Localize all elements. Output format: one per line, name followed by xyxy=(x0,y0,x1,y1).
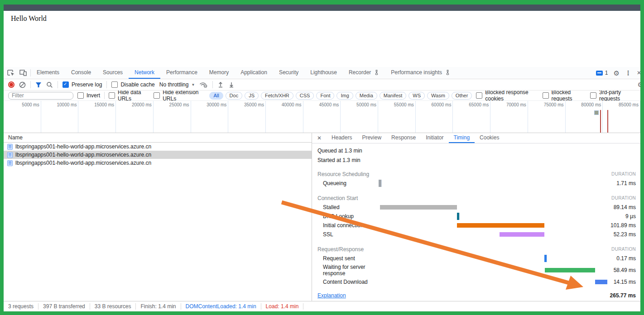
table-row[interactable]: lbspringapps001-hello-world-app.microser… xyxy=(4,159,312,167)
overview-tick: 30000 ms xyxy=(191,101,229,133)
filter-input[interactable] xyxy=(8,92,73,100)
hide-extension-urls-label: Hide extension URLs xyxy=(163,89,205,102)
tab-console[interactable]: Console xyxy=(65,67,97,79)
blocked-requests-checkbox[interactable]: Blocked requests xyxy=(543,89,586,102)
details-tabbar: ✕ HeadersPreviewResponseInitiatorTimingC… xyxy=(312,133,640,143)
tab-label: Elements xyxy=(37,69,59,76)
timing-label: Request sent xyxy=(323,255,374,262)
details-tab-initiator[interactable]: Initiator xyxy=(421,133,448,143)
close-details-icon[interactable]: ✕ xyxy=(312,133,327,143)
network-filter-row: Invert Hide data URLs Hide extension URL… xyxy=(4,91,640,101)
search-icon[interactable] xyxy=(46,81,53,88)
tab-elements[interactable]: Elements xyxy=(31,67,65,79)
hide-data-urls-checkbox[interactable]: Hide data URLs xyxy=(109,89,149,102)
timing-row-content-download: Content Download14.15 ms xyxy=(312,277,640,286)
status-item: DOMContentLoaded: 1.4 min xyxy=(181,303,261,310)
filter-type-font[interactable]: Font xyxy=(316,92,334,100)
filter-type-ws[interactable]: WS xyxy=(409,92,425,100)
filter-type-media[interactable]: Media xyxy=(356,92,377,100)
timing-bar xyxy=(457,223,545,228)
close-devtools-icon[interactable]: ✕ xyxy=(637,70,640,76)
filter-type-img[interactable]: Img xyxy=(336,92,353,100)
devtools-tabbar: ElementsConsoleSourcesNetworkPerformance… xyxy=(4,67,640,79)
table-row[interactable]: lbspringapps001-hello-world-app.microser… xyxy=(4,143,312,151)
network-conditions-icon[interactable] xyxy=(199,81,208,88)
tab-performance[interactable]: Performance xyxy=(160,67,203,79)
export-har-icon[interactable] xyxy=(228,81,235,88)
request-name: lbspringapps001-hello-world-app.microser… xyxy=(15,143,151,150)
tab-application[interactable]: Application xyxy=(235,67,273,79)
name-column-header[interactable]: Name xyxy=(4,133,312,143)
details-tab-cookies[interactable]: Cookies xyxy=(475,133,504,143)
status-item: 3 requests xyxy=(4,303,38,310)
tab-sources[interactable]: Sources xyxy=(97,67,129,79)
blocked-cookies-checkbox[interactable]: Blocked response cookies xyxy=(476,89,538,102)
filter-type-js[interactable]: JS xyxy=(245,92,259,100)
request-type-filters: AllDocJSFetch/XHRCSSFontImgMediaManifest… xyxy=(209,92,472,100)
network-overview-timeline[interactable]: 5000 ms10000 ms15000 ms20000 ms25000 ms3… xyxy=(4,101,640,133)
checkbox-checked xyxy=(62,81,69,88)
hide-extension-urls-checkbox[interactable]: Hide extension URLs xyxy=(154,89,205,102)
timing-bar xyxy=(500,232,544,237)
timing-bar xyxy=(544,255,547,262)
overview-tick: 50000 ms xyxy=(341,101,378,133)
overview-marker xyxy=(594,110,599,115)
tab-recorder[interactable]: Recorder xyxy=(343,67,385,79)
filter-type-other[interactable]: Other xyxy=(452,92,472,100)
third-party-checkbox[interactable]: 3rd-party requests xyxy=(590,89,636,102)
more-menu-icon[interactable]: ⋮ xyxy=(625,70,631,76)
table-row[interactable]: lbspringapps001-hello-world-app.microser… xyxy=(4,151,312,159)
request-name: lbspringapps001-hello-world-app.microser… xyxy=(15,152,151,158)
tab-lighthouse[interactable]: Lighthouse xyxy=(304,67,343,79)
explanation-link[interactable]: Explanation xyxy=(317,292,346,299)
throttling-dropdown[interactable]: No throttling ▼ xyxy=(159,81,195,88)
device-toolbar-icon[interactable] xyxy=(19,70,27,76)
import-har-icon[interactable] xyxy=(217,81,224,88)
filter-type-css[interactable]: CSS xyxy=(296,92,314,100)
tab-network[interactable]: Network xyxy=(129,67,160,79)
status-item: Load: 1.4 min xyxy=(261,303,304,310)
document-icon xyxy=(7,160,13,166)
tab-label: Lighthouse xyxy=(310,69,337,76)
filter-type-all[interactable]: All xyxy=(209,92,223,100)
timing-row-waiting-for-server-response: Waiting for server response58.49 ms xyxy=(312,263,640,277)
requests-table: Name lbspringapps001-hello-world-app.mic… xyxy=(4,133,312,301)
filter-type-wasm[interactable]: Wasm xyxy=(427,92,449,100)
section-name: Connection Start xyxy=(312,195,358,201)
checkbox-unchecked xyxy=(476,92,482,99)
flask-icon xyxy=(373,70,379,75)
filter-type-manifest[interactable]: Manifest xyxy=(380,92,407,100)
filter-funnel-icon[interactable] xyxy=(35,82,42,88)
third-party-label: 3rd-party requests xyxy=(599,89,636,102)
details-tab-preview[interactable]: Preview xyxy=(357,133,386,143)
details-tab-timing[interactable]: Timing xyxy=(449,133,475,143)
status-item: Finish: 1.4 min xyxy=(136,303,181,310)
filter-type-fetch-xhr[interactable]: Fetch/XHR xyxy=(261,92,293,100)
timing-section-header: Resource SchedulingDURATION xyxy=(312,170,640,179)
inspect-element-icon[interactable] xyxy=(7,70,15,76)
timing-section-header: Connection StartDURATION xyxy=(312,194,640,203)
clear-network-log-icon[interactable] xyxy=(19,81,26,88)
network-settings-gear-icon[interactable]: ⚙ xyxy=(637,81,640,88)
tab-memory[interactable]: Memory xyxy=(203,67,235,79)
issues-counter[interactable]: 1 xyxy=(596,70,608,76)
annotated-screenshot-frame: Hello World ElementsConsoleSourcesNetwor… xyxy=(0,0,644,315)
timing-value: 89.14 ms xyxy=(614,204,636,210)
disable-cache-checkbox[interactable]: Disable cache xyxy=(111,81,154,88)
overview-tick: 60000 ms xyxy=(416,101,453,133)
invert-checkbox[interactable]: Invert xyxy=(77,92,100,99)
preserve-log-checkbox[interactable]: Preserve log xyxy=(62,81,102,88)
tab-performance-insights[interactable]: Performance insights xyxy=(385,67,456,79)
network-main-area: Name lbspringapps001-hello-world-app.mic… xyxy=(4,133,640,301)
timing-bar xyxy=(380,205,457,210)
record-network-log-button[interactable] xyxy=(8,81,14,88)
tab-security[interactable]: Security xyxy=(273,67,304,79)
blocked-requests-label: Blocked requests xyxy=(552,89,586,102)
settings-gear-icon[interactable]: ⚙ xyxy=(613,70,619,76)
details-tab-headers[interactable]: Headers xyxy=(327,133,357,143)
timing-row-stalled: Stalled89.14 ms xyxy=(312,203,640,212)
timing-label: Content Download xyxy=(323,279,374,285)
filter-type-doc[interactable]: Doc xyxy=(226,92,243,100)
details-tab-response[interactable]: Response xyxy=(386,133,421,143)
checkbox-unchecked xyxy=(111,81,118,88)
